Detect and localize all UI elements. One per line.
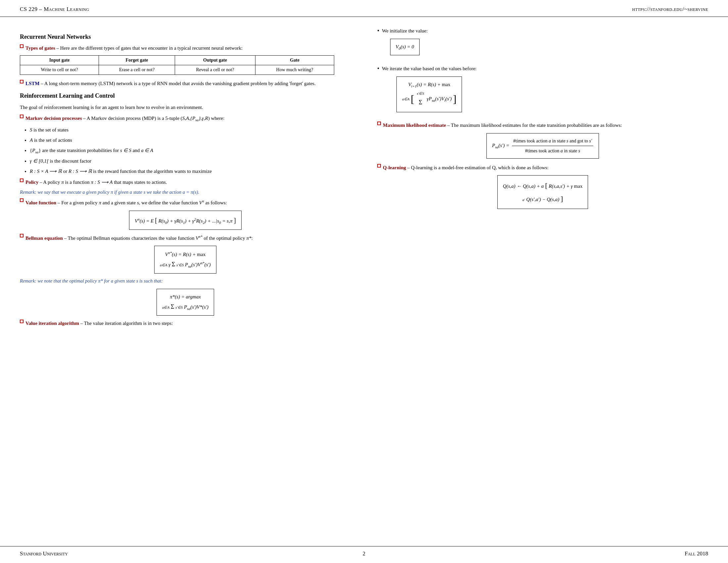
table-row: Write to cell or not? Erase a cell or no… (20, 65, 334, 74)
v0-formula-container: V0(s) = 0 (382, 39, 428, 55)
value-function-icon (20, 198, 23, 202)
lstm-label: LSTM (25, 81, 40, 86)
table-header-input: Input gate (20, 55, 99, 65)
page: CS 229 – Machine Learning https://stanfo… (0, 0, 728, 563)
bellman-term: Bellman equation – The optimal Bellman e… (20, 234, 351, 242)
mdp-bullet-2: A is the set of actions (30, 136, 351, 145)
value-function-label: Value function (25, 200, 56, 205)
qlearning-label: Q-learning (383, 165, 406, 170)
mdp-bullet-4: γ ∈ [0,1[ is the discount factor (30, 157, 351, 165)
mdp-bullet-1: S is the set of states (30, 125, 351, 134)
mle-fraction: #times took action a in state s and got … (512, 137, 593, 155)
optimal-policy-formula-container: π*(s) = argmax a∈A Σ s'∈S Psa(s')V*(s') (20, 289, 351, 316)
mdp-term: Markov decision processes – A Markov dec… (20, 115, 351, 123)
table-cell-output: Reveal a cell or not? (175, 65, 255, 74)
mdp-bullet-5: R : S × A ⟶ ℝ or R : S ⟶ ℝ is the reward… (30, 167, 351, 176)
init-value-block: • We initialize the value: V0(s) = 0 (377, 27, 708, 59)
types-of-gates-text: – Here are the different types of gates … (56, 45, 243, 51)
iter-value-block: • We iterate the value based on the valu… (377, 65, 708, 116)
mdp-text: – A Markov decision process (MDP) is a 5… (83, 116, 224, 121)
qlearning-text: – Q-learning is a model-free estimation … (407, 165, 549, 170)
init-value-text: We initialize the value: (382, 27, 428, 35)
table-cell-forget: Erase a cell or not? (99, 65, 175, 74)
policy-label: Policy (25, 179, 38, 185)
iter-value-text: We iterate the value based on the values… (382, 65, 477, 72)
table-header-gate: Gate (255, 55, 334, 65)
value-function-formula: Vπ(s) = E [ R(s0) + γR(s1) + γ2R(s2) + .… (129, 211, 242, 230)
qlearning-formula: Q(s,a) ← Q(s,a) + α [ R(s,a,s') + γ maxa… (497, 175, 588, 209)
bellman-formula-container: Vπ*(s) = R(s) + maxa∈A γ Σ s'∈S Psa(s')V… (20, 246, 351, 273)
section1-heading: Recurrent Neural Networks (20, 33, 351, 40)
qlearning-formula-container: Q(s,a) ← Q(s,a) + α [ R(s,a,s') + γ maxa… (377, 175, 708, 209)
mdp-icon (20, 115, 23, 118)
types-of-gates-label: Types of gates (25, 45, 55, 51)
vi-formula: Vi+1(s) = R(s) + maxa∈A [ s'∈S Σ γPsa(s'… (396, 76, 462, 112)
right-column: • We initialize the value: V0(s) = 0 • W… (371, 27, 708, 330)
value-function-term: Value function – For a given policy π an… (20, 198, 351, 207)
table-cell-gate: How much writing? (255, 65, 334, 74)
lstm-term: LSTM – A long short-term memory (LSTM) n… (20, 80, 351, 87)
table-header-output: Output gate (175, 55, 255, 65)
footer-right: Fall 2018 (685, 550, 708, 557)
mle-icon (377, 121, 381, 125)
lstm-text: – A long short-term memory (LSTM) networ… (41, 81, 315, 86)
mle-text: – The maximum likelihood estimates for t… (447, 122, 622, 128)
header-left: CS 229 – Machine Learning (20, 6, 89, 13)
value-iter-term: Value iteration algorithm – The value it… (20, 320, 351, 327)
mle-formula: Psa(s') = #times took action a in state … (486, 133, 599, 159)
footer-center: 2 (363, 550, 366, 557)
value-iter-label: Value iteration algorithm (25, 321, 79, 326)
main-content: Recurrent Neural Networks Types of gates… (0, 17, 728, 356)
qlearning-icon (377, 164, 381, 167)
header: CS 229 – Machine Learning https://stanfo… (0, 0, 728, 17)
remark-policy: Remark: we say that we execute a given p… (20, 189, 351, 196)
table-cell-input: Write to cell or not? (20, 65, 99, 74)
footer: Stanford University 2 Fall 2018 (0, 546, 728, 563)
bellman-text: – The optimal Bellman equations characte… (64, 235, 253, 241)
types-of-gates-term: Types of gates – Here are the different … (20, 44, 351, 52)
value-iter-text: – The value iteration algorithm is in tw… (80, 321, 173, 326)
footer-left: Stanford University (20, 550, 68, 557)
bellman-label: Bellman equation (25, 235, 63, 241)
mdp-label: Markov decision processes (25, 116, 82, 121)
mle-formula-container: Psa(s') = #times took action a in state … (377, 133, 708, 159)
section2-para: The goal of reinforcement learning is fo… (20, 103, 351, 111)
section2-heading: Reinforcement Learning and Control (20, 92, 351, 99)
qlearning-term: Q-learning – Q-learning is a model-free … (377, 164, 708, 171)
bellman-icon (20, 234, 23, 237)
mdp-bullet-3: {Psa} are the state transition probabili… (30, 146, 351, 155)
mle-term: Maximum likelihood estimate – The maximu… (377, 121, 708, 129)
lstm-icon (20, 80, 23, 83)
policy-text: – A policy π is a function π : S ⟶ A tha… (40, 179, 167, 185)
table-header-forget: Forget gate (99, 55, 175, 65)
gates-table: Input gate Forget gate Output gate Gate … (20, 55, 334, 75)
mle-lhs: Psa(s') = (492, 141, 509, 150)
left-column: Recurrent Neural Networks Types of gates… (20, 27, 357, 330)
policy-term: Policy – A policy π is a function π : S … (20, 178, 351, 186)
types-of-gates-icon (20, 44, 23, 48)
policy-icon (20, 178, 23, 182)
bellman-formula: Vπ*(s) = R(s) + maxa∈A γ Σ s'∈S Psa(s')V… (154, 246, 216, 273)
mdp-bullet-list: S is the set of states A is the set of a… (30, 125, 351, 176)
v0-formula: V0(s) = 0 (390, 39, 420, 55)
value-function-formula-container: Vπ(s) = E [ R(s0) + γR(s1) + γ2R(s2) + .… (20, 211, 351, 230)
value-iter-icon (20, 320, 23, 323)
optimal-policy-formula: π*(s) = argmax a∈A Σ s'∈S Psa(s')V*(s') (157, 289, 214, 316)
vi-formula-container: Vi+1(s) = R(s) + maxa∈A [ s'∈S Σ γPsa(s'… (382, 76, 477, 112)
value-function-text: – For a given policy π and a given state… (58, 200, 227, 205)
mle-label: Maximum likelihood estimate (383, 122, 446, 128)
header-right: https://stanford.edu/~shervine (632, 6, 708, 13)
remark-bellman: Remark: we note that the optimal policy … (20, 277, 351, 285)
